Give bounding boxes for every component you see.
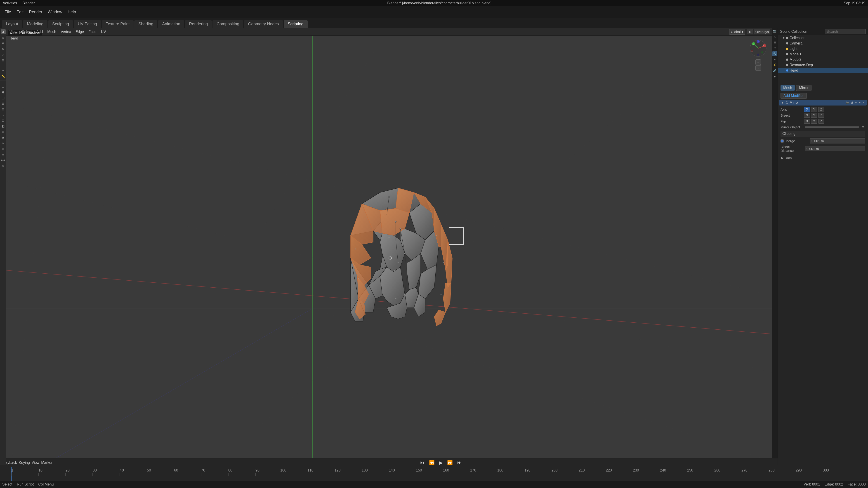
- viewport-3d[interactable]: User Perspective Head View Select Add Me…: [6, 28, 772, 465]
- tool-move[interactable]: ✥: [1, 41, 6, 46]
- jump-start-btn[interactable]: ⏮: [418, 460, 426, 465]
- props-particles-icon[interactable]: ✦: [772, 57, 777, 62]
- tab-shading[interactable]: Shading: [134, 20, 157, 28]
- tab-rendering[interactable]: Rendering: [185, 20, 212, 28]
- props-render-icon[interactable]: 📷: [772, 29, 777, 34]
- vp-mesh-menu[interactable]: Mesh: [45, 29, 58, 34]
- tool-annotate[interactable]: ✏: [1, 68, 6, 73]
- props-data-icon[interactable]: ◈: [772, 74, 777, 79]
- tool-select[interactable]: ◈: [1, 29, 6, 34]
- flip-x-btn[interactable]: X: [804, 119, 810, 124]
- tab-layout[interactable]: Layout: [2, 20, 22, 28]
- menu-file[interactable]: File: [2, 9, 13, 15]
- tool-transform[interactable]: ⊞: [1, 58, 6, 63]
- props-object-icon[interactable]: ⬡: [772, 46, 777, 51]
- navigation-gizmo[interactable]: X Y Z -X + -: [749, 39, 767, 57]
- data-section[interactable]: ▶ Data: [779, 155, 867, 161]
- outliner-item-head[interactable]: Head: [778, 68, 868, 73]
- timeline-ruler[interactable]: 1 10 20 30 40 50 60 70 80 90 100 110 120…: [0, 467, 868, 481]
- vp-edge-menu[interactable]: Edge: [74, 29, 86, 34]
- tool-push-pull[interactable]: ⟺: [1, 158, 6, 162]
- timeline-marker-menu[interactable]: Marker: [41, 461, 53, 465]
- shading-solid[interactable]: ●: [747, 29, 753, 34]
- axis-z-btn[interactable]: Z: [818, 107, 825, 112]
- tab-modeling[interactable]: Modeling: [23, 20, 48, 28]
- add-modifier-button[interactable]: Add Modifier: [780, 93, 807, 99]
- overlays-btn[interactable]: Overlays: [754, 29, 770, 34]
- zoom-out-btn[interactable]: -: [755, 65, 761, 71]
- flip-z-btn[interactable]: Z: [818, 119, 825, 124]
- timeline-keying-menu[interactable]: Keying: [19, 461, 30, 465]
- tool-spin[interactable]: ↺: [1, 129, 6, 134]
- vp-uv-menu[interactable]: UV: [99, 29, 108, 34]
- props-view-layer-icon[interactable]: ⊞: [772, 40, 777, 45]
- outliner-search[interactable]: [825, 29, 866, 34]
- bisect-distance-value[interactable]: 0.001 m: [805, 146, 865, 151]
- tool-shear[interactable]: ◈: [1, 146, 6, 151]
- tool-cursor[interactable]: ⊕: [1, 35, 6, 40]
- tool-poly-build[interactable]: ◧: [1, 124, 6, 129]
- activities-label[interactable]: Activities: [3, 1, 17, 5]
- mod-down-icon[interactable]: ▼: [859, 101, 861, 104]
- tool-extrude[interactable]: ⬡: [1, 84, 6, 89]
- tab-scripting[interactable]: Scripting: [284, 20, 308, 28]
- tool-scale[interactable]: ⤢: [1, 52, 6, 57]
- tab-uv-editing[interactable]: UV Editing: [74, 20, 101, 28]
- props-constraints-icon[interactable]: 🔗: [772, 68, 777, 73]
- tool-loop-cut[interactable]: ⊟: [1, 101, 6, 106]
- outliner-item-collection[interactable]: ▼ Collection: [778, 35, 868, 41]
- tab-geometry-nodes[interactable]: Geometry Nodes: [244, 20, 283, 28]
- outliner-item-model1[interactable]: Model1: [778, 52, 868, 57]
- tool-bisect[interactable]: ⊡: [1, 118, 6, 123]
- tool-inset[interactable]: ⬢: [1, 90, 6, 95]
- outliner-item-camera[interactable]: Camera: [778, 41, 868, 46]
- tool-offset-edge-slide[interactable]: ⊠: [1, 107, 6, 111]
- outliner-item-model2[interactable]: Model2: [778, 57, 868, 62]
- modifier-header-mirror[interactable]: ▼ ⬡ Mirror 📷 🖨 ✏ ▼ ✕: [779, 100, 867, 105]
- menu-render[interactable]: Render: [27, 9, 44, 15]
- menu-window[interactable]: Window: [45, 9, 64, 15]
- tool-rotate[interactable]: ↻: [1, 46, 6, 51]
- mod-render-icon[interactable]: 🖨: [851, 101, 854, 104]
- tool-smooth[interactable]: ◉: [1, 135, 6, 140]
- mod-x-icon[interactable]: ✕: [863, 101, 865, 104]
- tab-compositing[interactable]: Compositing: [213, 20, 243, 28]
- tab-texture-paint[interactable]: Texture Paint: [102, 20, 133, 28]
- tab-sculpting[interactable]: Sculpting: [48, 20, 73, 28]
- tool-knife[interactable]: ⬧: [1, 112, 6, 117]
- tool-slide-relax[interactable]: ≈: [1, 140, 6, 145]
- timeline-view-menu[interactable]: View: [32, 461, 39, 465]
- step-back-btn[interactable]: ⏪: [428, 460, 436, 465]
- step-forward-btn[interactable]: ⏩: [446, 460, 454, 465]
- edit-mode-label[interactable]: User Perspective: [8, 30, 42, 35]
- menu-help[interactable]: Help: [65, 9, 78, 15]
- vp-face-menu[interactable]: Face: [87, 29, 98, 34]
- app-name[interactable]: Blender: [22, 1, 35, 5]
- axis-x-btn[interactable]: X: [804, 107, 810, 112]
- mirror-object-pick[interactable]: ⊕: [861, 125, 865, 129]
- outliner-item-light[interactable]: Light: [778, 46, 868, 52]
- zoom-in-btn[interactable]: +: [755, 59, 761, 65]
- play-btn[interactable]: ▶: [438, 460, 444, 465]
- menu-edit[interactable]: Edit: [14, 9, 26, 15]
- mod-camera-icon[interactable]: 📷: [846, 101, 849, 104]
- prop-tab-mesh[interactable]: Mesh: [780, 85, 795, 91]
- tab-animation[interactable]: Animation: [158, 20, 184, 28]
- jump-end-btn[interactable]: ⏭: [456, 460, 463, 465]
- tool-shrink-fatten[interactable]: ⊕: [1, 152, 6, 157]
- flip-y-btn[interactable]: Y: [811, 119, 817, 124]
- bisect-y-btn[interactable]: Y: [811, 113, 817, 118]
- axis-y-btn[interactable]: Y: [811, 107, 817, 112]
- bisect-z-btn[interactable]: Z: [818, 113, 825, 118]
- tool-bevel[interactable]: ◱: [1, 95, 6, 100]
- tool-measure[interactable]: 📏: [1, 74, 6, 78]
- mirror-object-input[interactable]: [805, 126, 859, 128]
- merge-checkbox[interactable]: [780, 139, 784, 142]
- vp-vertex-menu[interactable]: Vertex: [59, 29, 72, 34]
- global-dropdown[interactable]: Global ▾: [729, 29, 745, 35]
- tool-rip-fill[interactable]: ◈: [1, 163, 6, 168]
- props-modifier-icon[interactable]: 🔧: [772, 51, 777, 56]
- outliner-item-resource[interactable]: Resource-Dep: [778, 62, 868, 68]
- merge-value[interactable]: 0.001 m: [810, 138, 865, 143]
- prop-tab-mirror[interactable]: Mirror: [796, 85, 811, 91]
